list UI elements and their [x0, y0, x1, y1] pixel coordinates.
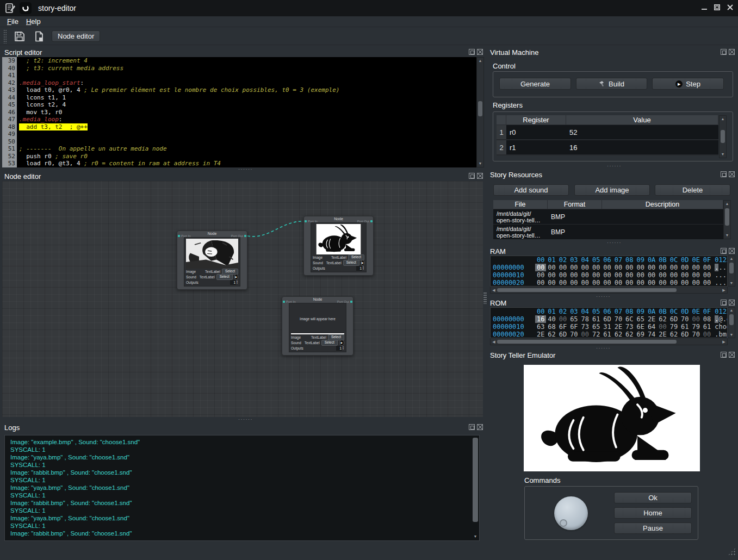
- hex-byte[interactable]: 70: [679, 315, 690, 323]
- hex-byte[interactable]: 00: [601, 264, 612, 271]
- line-code[interactable]: .media_loop_start:: [17, 79, 84, 87]
- hex-byte[interactable]: 00: [624, 279, 635, 287]
- titlebar[interactable]: story-editor: [0, 0, 738, 16]
- hex-byte[interactable]: 74: [646, 331, 657, 338]
- hex-byte[interactable]: 00: [657, 279, 668, 287]
- float-icon[interactable]: [721, 171, 727, 177]
- register-row[interactable]: 2r116: [497, 140, 718, 155]
- hex-byte[interactable]: 6F: [568, 323, 579, 331]
- resource-row[interactable]: /mnt/data/git/open-story-tell…BMP: [493, 225, 723, 239]
- splitter-handle[interactable]: ······: [238, 416, 253, 422]
- node-editor-toolbar-button[interactable]: Node editor: [52, 30, 100, 42]
- close-icon[interactable]: [477, 173, 483, 179]
- delete-button[interactable]: Delete: [655, 184, 730, 196]
- hex-byte[interactable]: 00: [702, 271, 712, 279]
- hex-byte[interactable]: 73: [580, 323, 591, 331]
- line-code[interactable]: push r0 ; save r0: [17, 153, 88, 160]
- spin-down-icon[interactable]: ▼: [362, 268, 364, 271]
- outputs-value[interactable]: 1: [336, 346, 342, 351]
- hex-byte[interactable]: 00: [679, 271, 690, 279]
- hex-byte[interactable]: 00: [679, 264, 690, 271]
- wheel-dial[interactable]: [554, 496, 588, 530]
- hex-byte[interactable]: 6E: [635, 323, 646, 331]
- script-editor[interactable]: 39 ; t2: increment 440 ; t3: current med…: [2, 57, 476, 167]
- ok-button[interactable]: Ok: [614, 492, 692, 503]
- hex-byte[interactable]: 00: [668, 271, 679, 279]
- rom-hex-view[interactable]: 000102030405060708090A0B0C0D0E0F01234567…: [490, 307, 728, 338]
- close-icon[interactable]: [729, 171, 735, 177]
- hex-byte[interactable]: 79: [668, 323, 679, 331]
- spinner-arrows[interactable]: ▲▼: [362, 266, 364, 271]
- home-button[interactable]: Home: [614, 507, 692, 519]
- line-code[interactable]: [17, 138, 19, 146]
- outputs-value[interactable]: 1: [230, 280, 236, 285]
- hex-byte[interactable]: 00: [580, 331, 591, 338]
- register-column-header[interactable]: Register: [506, 115, 566, 125]
- hex-byte[interactable]: 00: [546, 264, 557, 271]
- hex-byte[interactable]: 00: [702, 331, 712, 338]
- line-code[interactable]: mov t3, r0: [17, 109, 62, 116]
- port-in-dot[interactable]: [283, 301, 285, 303]
- outputs-spinner[interactable]: 1▲▼: [336, 346, 344, 351]
- hex-byte[interactable]: 00: [646, 271, 657, 279]
- hex-byte[interactable]: 70: [690, 331, 701, 338]
- hex-byte[interactable]: 00: [679, 279, 690, 287]
- hex-byte[interactable]: 00: [535, 271, 546, 279]
- hex-byte[interactable]: 40: [546, 315, 557, 323]
- spin-down-icon[interactable]: ▼: [342, 348, 344, 351]
- hex-byte[interactable]: 00: [690, 271, 701, 279]
- hex-byte[interactable]: 6D: [668, 315, 679, 323]
- hex-byte[interactable]: 6C: [624, 315, 635, 323]
- hex-byte[interactable]: 61: [601, 331, 612, 338]
- generate-button[interactable]: Generate: [499, 78, 571, 90]
- hex-byte[interactable]: 00: [546, 279, 557, 287]
- format-column-header[interactable]: Format: [548, 200, 602, 209]
- splitter-handle[interactable]: ······: [607, 163, 622, 169]
- hex-byte[interactable]: 00: [657, 323, 668, 331]
- format-cell[interactable]: BMP: [548, 209, 602, 225]
- float-icon[interactable]: [469, 424, 475, 430]
- ram-hex-view[interactable]: 000102030405060708090A0B0C0D0E0F01234567…: [490, 256, 728, 287]
- hex-byte[interactable]: 00: [580, 271, 591, 279]
- hex-byte[interactable]: 62: [624, 331, 635, 338]
- new-file-button[interactable]: [32, 29, 46, 43]
- format-cell[interactable]: BMP: [548, 225, 602, 239]
- spin-down-icon[interactable]: ▼: [236, 282, 238, 285]
- hex-byte[interactable]: 65: [635, 315, 646, 323]
- hex-byte[interactable]: 00: [657, 264, 668, 271]
- resize-grip[interactable]: [728, 547, 736, 556]
- hex-byte[interactable]: 00: [568, 279, 579, 287]
- hex-byte[interactable]: 00: [690, 315, 701, 323]
- sound-play-button[interactable]: ▶: [234, 274, 238, 280]
- rom-hscrollbar[interactable]: ◀ ▶: [490, 338, 728, 345]
- splitter-handle[interactable]: ······: [607, 240, 622, 245]
- hex-byte[interactable]: 00: [635, 279, 646, 287]
- hex-byte[interactable]: 72: [591, 331, 601, 338]
- hex-byte[interactable]: 62: [668, 331, 679, 338]
- image-select-button[interactable]: Select: [348, 254, 364, 260]
- hex-byte[interactable]: 00: [702, 279, 712, 287]
- hex-byte[interactable]: 00: [557, 271, 568, 279]
- outputs-spinner[interactable]: 1▲▼: [230, 280, 238, 285]
- pause-button[interactable]: Pause: [614, 522, 692, 534]
- line-code[interactable]: load r0, @t3, 4 ; r0 = content in ram at…: [17, 160, 221, 167]
- hex-byte[interactable]: 6D: [601, 315, 612, 323]
- hex-byte[interactable]: 00: [690, 279, 701, 287]
- hex-byte[interactable]: 00: [702, 264, 712, 271]
- node-canvas[interactable]: NodePort InPort OutImageTextLabelSelectS…: [2, 181, 483, 417]
- hex-byte[interactable]: 2E: [535, 331, 546, 338]
- hex-byte[interactable]: 00: [591, 279, 601, 287]
- media-node[interactable]: NodePort InPort OutImage will appear her…: [282, 296, 354, 356]
- logs-view[interactable]: Image: "example.bmp" , Sound: "choose1.s…: [4, 435, 480, 541]
- float-icon[interactable]: [721, 248, 727, 254]
- value-column-header[interactable]: Value: [566, 115, 718, 125]
- hex-byte[interactable]: 63: [535, 323, 546, 331]
- build-button[interactable]: Build: [576, 78, 647, 90]
- resources-scrollbar[interactable]: ▲ ▼: [723, 200, 731, 239]
- add-sound-button[interactable]: Add sound: [493, 184, 569, 196]
- media-node[interactable]: NodePort InPort OutImageTextLabelSelectS…: [303, 216, 374, 276]
- hex-byte[interactable]: 00: [613, 271, 624, 279]
- splitter-handle[interactable]: ······: [238, 166, 253, 172]
- registers-scrollbar[interactable]: ▲ ▼: [719, 115, 727, 158]
- ram-vscrollbar[interactable]: ▲ ▼: [728, 256, 735, 287]
